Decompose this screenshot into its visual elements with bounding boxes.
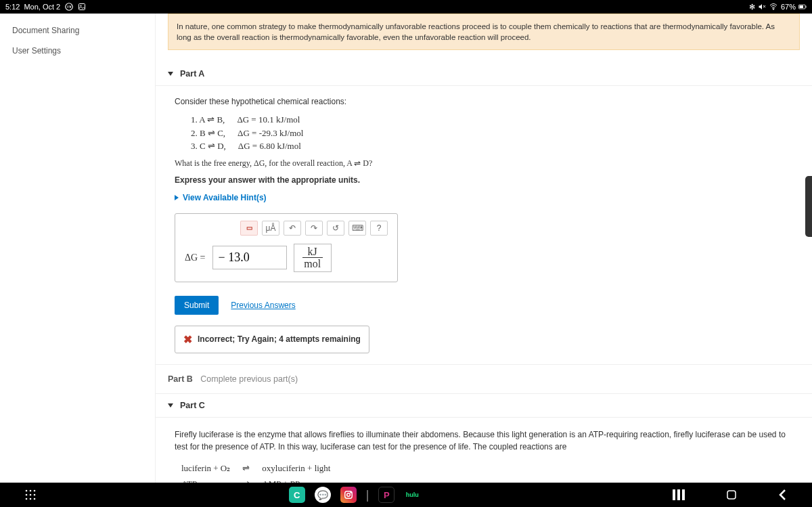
instruction-text: Express your answer with the appropriate… (175, 175, 793, 185)
caret-down-icon (168, 403, 173, 407)
help-tool[interactable]: ? (370, 221, 388, 236)
svg-rect-8 (800, 5, 804, 8)
feedback-box: ✖ Incorrect; Try Again; 4 attempts remai… (175, 326, 369, 353)
caret-down-icon (168, 72, 173, 76)
part-c-body: Firefly luciferase is the enzyme that al… (156, 418, 812, 483)
svg-point-15 (26, 498, 28, 500)
part-a-body: Consider these hypothetical chemical rea… (156, 86, 812, 364)
unit-display[interactable]: kJ mol (294, 244, 332, 272)
intro-text: In nature, one common strategy to make t… (168, 14, 800, 50)
app-drawer-icon[interactable] (24, 489, 37, 501)
battery-icon (798, 3, 807, 10)
svg-rect-22 (677, 489, 680, 500)
svg-point-16 (30, 498, 32, 500)
status-bar: 5:12 Mon, Oct 2 ✻ 67% (0, 0, 812, 14)
svg-point-12 (26, 494, 28, 496)
nav-bar: C 💬 | P hulu (0, 483, 812, 507)
picture-icon (78, 3, 86, 11)
app-icon-hulu[interactable]: hulu (404, 487, 420, 503)
hint-caret-icon (175, 195, 179, 200)
answer-value-input[interactable] (212, 246, 287, 269)
back-button[interactable] (778, 489, 788, 501)
special-chars-tool[interactable]: μÅ (262, 221, 279, 236)
svg-point-13 (30, 494, 32, 496)
delta-g-label: ΔG = (185, 252, 206, 263)
part-a-label: Part A (180, 69, 204, 79)
part-c-label: Part C (180, 401, 205, 410)
battery-pct: 67% (781, 3, 796, 11)
keyboard-tool[interactable]: ⌨ (348, 221, 366, 236)
app-icon-instagram[interactable] (340, 487, 357, 503)
answer-box: ▭ μÅ ↶ ↷ ↺ ⌨ ? ΔG = kJ mol (175, 213, 398, 282)
previous-answers-link[interactable]: Previous Answers (231, 301, 295, 310)
sidebar-item-user-settings[interactable]: User Settings (0, 41, 155, 61)
app-icon-p[interactable]: P (378, 487, 394, 503)
part-c-header[interactable]: Part C (156, 394, 812, 418)
svg-point-9 (26, 490, 28, 492)
sidebar: Document Sharing User Settings (0, 14, 156, 483)
view-hints-link[interactable]: View Available Hint(s) (175, 193, 793, 202)
wifi-icon (769, 3, 778, 11)
submit-button[interactable]: Submit (175, 296, 219, 315)
incorrect-icon: ✖ (183, 333, 192, 346)
status-time: 5:12 (5, 3, 20, 11)
svg-point-14 (34, 494, 36, 496)
bluetooth-icon: ✻ (749, 3, 755, 12)
status-date: Mon, Oct 2 (24, 3, 60, 11)
app-icon-c[interactable]: C (289, 487, 305, 503)
svg-rect-23 (682, 489, 685, 500)
svg-point-17 (34, 498, 36, 500)
sidebar-item-label: Document Sharing (12, 26, 79, 35)
svg-point-10 (30, 490, 32, 492)
svg-rect-21 (673, 489, 675, 500)
svg-point-2 (81, 5, 82, 7)
question-text: What is the free energy, ΔG, for the ove… (175, 158, 793, 169)
answer-toolbar: ▭ μÅ ↶ ↷ ↺ ⌨ ? (185, 221, 388, 236)
home-button[interactable] (725, 489, 738, 501)
part-b-label: Part B (168, 374, 193, 384)
redo-tool[interactable]: ↷ (305, 221, 323, 236)
divider-icon: | (366, 488, 369, 502)
svg-point-11 (34, 490, 36, 492)
svg-rect-24 (727, 491, 736, 499)
app-icon-chat[interactable]: 💬 (315, 487, 331, 503)
svg-rect-1 (79, 4, 85, 10)
part-c-paragraph-1: Firefly luciferase is the enzyme that al… (175, 428, 793, 453)
recents-button[interactable] (673, 489, 685, 500)
feedback-text: Incorrect; Try Again; 4 attempts remaini… (198, 334, 361, 344)
undo-tool[interactable]: ↶ (284, 221, 301, 236)
consider-text: Consider these hypothetical chemical rea… (175, 97, 793, 106)
sidebar-item-document-sharing[interactable]: Document Sharing (0, 20, 155, 41)
sidebar-item-label: User Settings (12, 46, 61, 56)
side-handle[interactable] (805, 176, 812, 237)
taskbar-apps: C 💬 | P hulu (289, 487, 421, 503)
part-b-row: Part B Complete previous part(s) (156, 364, 812, 394)
reset-tool[interactable]: ↺ (327, 221, 344, 236)
mute-icon (758, 3, 766, 11)
part-b-status: Complete previous part(s) (200, 374, 298, 384)
reactions-list: 1. A ⇌ B,ΔG = 10.1 kJ/mol 2. B ⇌ C,ΔG = … (191, 113, 793, 153)
svg-rect-7 (806, 6, 807, 8)
svg-point-20 (351, 492, 351, 493)
templates-tool[interactable]: ▭ (240, 221, 258, 236)
svg-point-0 (66, 3, 73, 11)
tv-icon (64, 2, 74, 12)
svg-point-5 (773, 9, 774, 10)
svg-point-19 (346, 493, 350, 497)
coupled-reactions: luciferin + O₂⇌oxyluciferin + light ATP⇌… (175, 460, 337, 483)
content-area: In nature, one common strategy to make t… (156, 14, 812, 483)
part-a-header[interactable]: Part A (156, 62, 812, 86)
